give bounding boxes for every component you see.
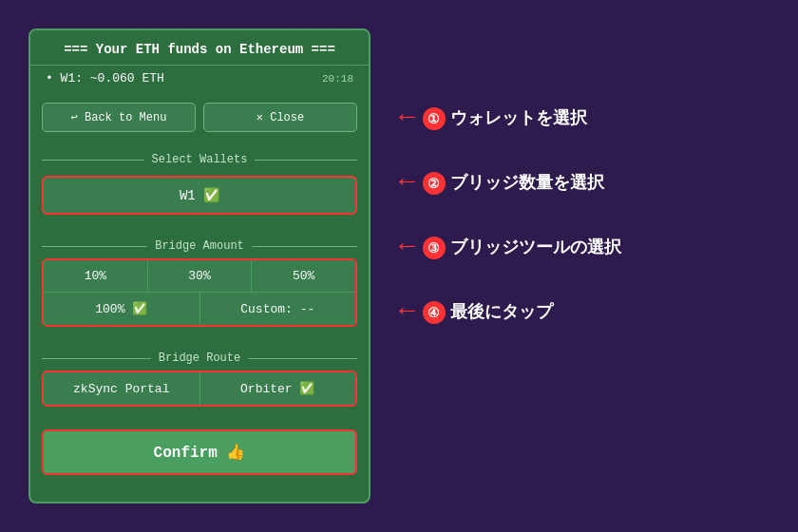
panel-header: === Your ETH funds on Ethereum === [30,30,369,66]
arrow-4: ← [399,298,415,325]
divider-left-3 [42,358,151,359]
bridge-route-label: Bridge Route [159,352,240,365]
amount-row-1: 10% 30% 50% [44,260,355,293]
annotations-container: ← ① ウォレットを選択 ← ② ブリッジ数量を選択 ← ③ ブリッジツールの選… [390,28,621,325]
amount-grid: 10% 30% 50% 100% ✅ Custom: -- [42,258,357,327]
select-wallets-section: Select Wallets W1 ✅ [30,140,369,226]
annotation-text-3: ③ ブリッジツールの選択 [423,236,621,259]
orbiter-button[interactable]: Orbiter ✅ [200,372,356,405]
route-row: zkSync Portal Orbiter ✅ [44,372,355,405]
amount-custom-button[interactable]: Custom: -- [200,293,356,325]
bridge-route-divider: Bridge Route [42,352,357,365]
amount-row-2: 100% ✅ Custom: -- [44,293,355,325]
arrow-3: ← [399,234,415,260]
confirm-section: Confirm 👍 [30,418,369,486]
bridge-amount-label: Bridge Amount [155,239,244,253]
timestamp: 20:18 [322,73,353,85]
annotation-2: ← ② ブリッジ数量を選択 [399,169,621,196]
bridge-amount-section: Bridge Amount 10% 30% 50% 100% ✅ Custom:… [30,226,369,338]
back-to-menu-button[interactable]: ↩ Back to Menu [42,103,196,132]
divider-left-2 [42,246,147,247]
amount-50-button[interactable]: 50% [252,260,355,293]
amount-10-button[interactable]: 10% [44,260,148,293]
divider-right [255,160,357,161]
annotation-3: ← ③ ブリッジツールの選択 [399,234,621,260]
close-button[interactable]: ✕ Close [203,103,357,132]
annotation-text-1: ① ウォレットを選択 [423,106,587,130]
divider-right-2 [252,246,357,247]
main-panel: === Your ETH funds on Ethereum === • W1:… [28,28,370,504]
annotation-4: ← ④ 最後にタップ [399,298,621,325]
annotation-text-2: ② ブリッジ数量を選択 [423,171,604,195]
divider-left [42,160,144,161]
amount-30-button[interactable]: 30% [148,260,253,293]
divider-right-3 [248,358,357,359]
annotation-text-4: ④ 最後にタップ [423,300,553,324]
bridge-route-section: Bridge Route zkSync Portal Orbiter ✅ [30,338,369,418]
confirm-button[interactable]: Confirm 👍 [42,429,357,475]
nav-buttons: ↩ Back to Menu ✕ Close [30,95,369,140]
arrow-1: ← [399,104,415,131]
annotation-1: ← ① ウォレットを選択 [399,104,621,131]
select-wallets-label: Select Wallets [152,153,248,166]
select-wallets-divider: Select Wallets [42,153,357,166]
zksync-portal-button[interactable]: zkSync Portal [44,372,200,405]
panel-title: === Your ETH funds on Ethereum === [46,42,353,57]
route-grid: zkSync Portal Orbiter ✅ [42,370,357,407]
wallet-balance: • W1: ~0.060 ETH [46,71,164,86]
bridge-amount-divider: Bridge Amount [42,239,357,253]
wallet-info-row: • W1: ~0.060 ETH 20:18 [30,66,369,95]
arrow-2: ← [399,169,415,196]
wallet-w1-button[interactable]: W1 ✅ [42,176,357,215]
amount-100-button[interactable]: 100% ✅ [44,293,200,325]
